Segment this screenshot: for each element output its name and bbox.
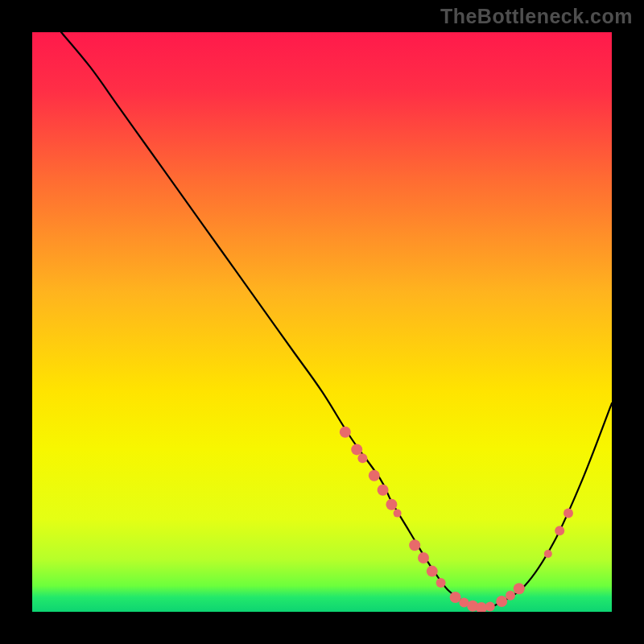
curve-marker <box>485 602 495 612</box>
watermark-text: TheBottleneck.com <box>440 5 633 28</box>
curve-marker <box>564 509 573 518</box>
curve-marker <box>386 499 397 510</box>
plot-area <box>32 32 612 612</box>
curve-marker <box>378 485 389 496</box>
curve-marker <box>394 510 402 518</box>
curve-marker <box>436 578 446 588</box>
bottleneck-chart <box>32 32 612 612</box>
curve-marker <box>409 539 420 551</box>
chart-frame: TheBottleneck.com <box>0 0 644 644</box>
curve-marker <box>357 453 367 463</box>
curve-marker <box>340 427 351 438</box>
curve-marker <box>514 583 525 594</box>
curve-marker <box>496 596 507 607</box>
curve-marker <box>427 566 438 577</box>
curve-marker <box>351 444 362 455</box>
curve-marker <box>418 552 429 564</box>
curve-marker <box>506 591 515 601</box>
curve-marker <box>544 550 552 558</box>
curve-marker <box>450 592 461 603</box>
curve-marker <box>555 526 564 535</box>
gradient-background <box>32 32 612 612</box>
curve-marker <box>369 470 380 481</box>
